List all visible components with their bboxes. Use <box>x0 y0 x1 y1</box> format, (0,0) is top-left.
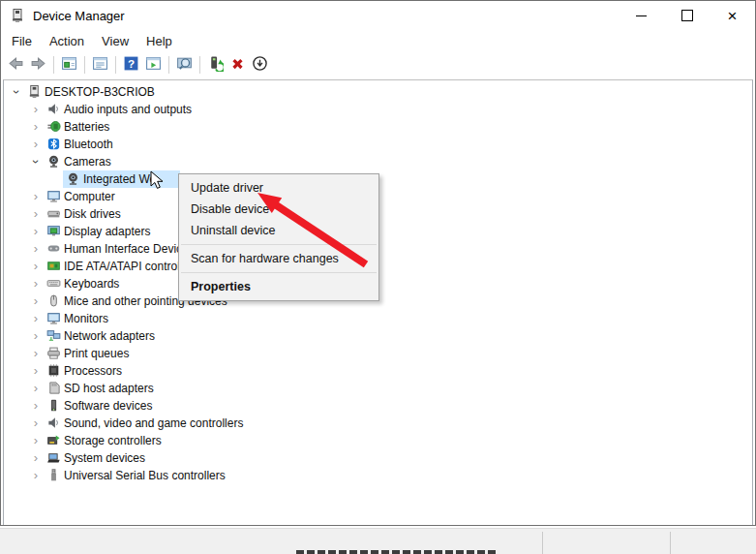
help-button[interactable]: ? <box>120 54 142 77</box>
tree-item-audio-inputs-and-outputs[interactable]: ›Audio inputs and outputs <box>4 101 749 118</box>
bottom-status-strip <box>0 528 756 554</box>
scan-hardware-changes-icon <box>176 55 193 76</box>
tree-item-print-queues[interactable]: ›Print queues <box>4 345 749 362</box>
chevron-right-icon[interactable]: › <box>29 433 43 448</box>
computer-icon <box>27 84 42 99</box>
tree-item-system-devices[interactable]: ›System devices <box>4 449 749 467</box>
tree-item-cameras[interactable]: ›Cameras <box>4 153 749 170</box>
action-pane-button[interactable] <box>142 54 165 77</box>
ide-icon <box>46 259 61 273</box>
chevron-right-icon[interactable]: › <box>29 189 43 204</box>
chevron-right-icon[interactable]: › <box>29 293 43 309</box>
chevron-right-icon[interactable]: › <box>29 450 43 466</box>
tree-item-label: Human Interface Devices <box>62 242 197 256</box>
context-menu-item-disable-device[interactable]: Disable device <box>179 199 378 220</box>
tree-item-label: Network adapters <box>62 329 157 343</box>
battery-icon <box>46 119 61 134</box>
minimize-button[interactable] <box>619 1 664 30</box>
tree-item-label: Bluetooth <box>62 138 115 151</box>
chevron-right-icon[interactable]: › <box>29 224 43 239</box>
maximize-icon <box>681 10 693 21</box>
forward-button[interactable] <box>27 54 49 77</box>
back-button[interactable] <box>5 54 27 77</box>
update-driver-icon <box>207 55 224 76</box>
chevron-right-icon[interactable]: › <box>29 102 43 117</box>
audio-icon <box>46 416 61 430</box>
chevron-right-icon[interactable]: › <box>29 468 43 483</box>
clipped-text-fragment <box>296 550 496 554</box>
usb-icon <box>46 468 61 482</box>
properties-button[interactable] <box>89 54 111 77</box>
toolbar-separator <box>168 56 169 74</box>
tree-item-processors[interactable]: ›Processors <box>4 362 749 380</box>
chevron-right-icon[interactable]: › <box>29 363 43 379</box>
chevron-right-icon[interactable]: › <box>29 311 43 326</box>
tree-item-sound-video-and-game-controllers[interactable]: ›Sound, video and game controllers <box>4 415 749 432</box>
uninstall-device-button[interactable] <box>227 54 249 77</box>
tree-item-desktop-b3criob[interactable]: ›DESKTOP-B3CRIOB <box>4 83 749 101</box>
tree-item-sd-host-adapters[interactable]: ›SD host adapters <box>4 380 749 397</box>
disable-device-icon <box>252 55 268 76</box>
minimize-icon <box>636 15 647 16</box>
update-driver-button[interactable] <box>204 54 227 77</box>
properties-icon <box>92 55 108 76</box>
uninstall-device-icon <box>229 55 246 76</box>
chevron-right-icon[interactable]: › <box>29 328 43 344</box>
chevron-right-icon[interactable]: › <box>29 119 43 135</box>
tree-item-software-devices[interactable]: ›Software devices <box>4 397 749 415</box>
chevron-down-icon[interactable]: › <box>28 155 44 169</box>
tree-item-batteries[interactable]: ›Batteries <box>4 118 749 136</box>
chevron-right-icon[interactable]: › <box>29 241 43 257</box>
tree-item-label: Audio inputs and outputs <box>62 103 194 116</box>
context-menu-item-uninstall-device[interactable]: Uninstall device <box>179 220 378 241</box>
chevron-right-icon[interactable]: › <box>29 346 43 361</box>
menu-file[interactable]: File <box>3 31 41 51</box>
svg-text:?: ? <box>128 56 135 69</box>
context-menu-item-properties[interactable]: Properties <box>179 276 378 297</box>
chevron-right-icon[interactable]: › <box>29 381 43 396</box>
tree-item-universal-serial-bus-controllers[interactable]: ›Universal Serial Bus controllers <box>4 467 749 484</box>
tree-item-label: Processors <box>62 364 124 378</box>
tree-item-label: Keyboards <box>62 277 121 291</box>
chevron-right-icon[interactable]: › <box>29 276 43 292</box>
close-icon: × <box>728 8 738 24</box>
tree-item-bluetooth[interactable]: ›Bluetooth <box>4 136 749 153</box>
close-button[interactable]: × <box>710 1 755 30</box>
toolbar: ? <box>1 51 753 78</box>
chevron-right-icon[interactable]: › <box>29 398 43 414</box>
tree-item-label: SD host adapters <box>62 382 156 395</box>
chevron-right-icon[interactable]: › <box>29 137 43 152</box>
disk-drive-icon <box>46 206 61 221</box>
show-console-tree-button[interactable] <box>58 54 80 77</box>
tree-item-label: Universal Serial Bus controllers <box>62 469 227 482</box>
toolbar-separator <box>199 56 200 74</box>
menu-action[interactable]: Action <box>41 31 93 51</box>
tree-item-storage-controllers[interactable]: ›Storage controllers <box>4 432 749 449</box>
tree-item-label: Integrated We <box>81 172 158 186</box>
chevron-right-icon[interactable]: › <box>29 259 43 274</box>
back-icon <box>8 55 24 76</box>
tree-item-monitors[interactable]: ›Monitors <box>4 310 749 327</box>
menu-view[interactable]: View <box>93 31 137 51</box>
mouse-icon <box>46 293 61 308</box>
context-menu-item-scan-for-hardware-changes[interactable]: Scan for hardware changes <box>179 248 378 269</box>
window-controls: × <box>619 1 755 30</box>
camera-icon <box>46 154 61 169</box>
hid-icon <box>46 241 61 256</box>
context-menu-item-update-driver[interactable]: Update driver <box>179 177 378 199</box>
storage-icon <box>46 433 61 447</box>
monitor-icon <box>46 311 61 325</box>
keyboard-icon <box>46 276 61 291</box>
chevron-right-icon[interactable]: › <box>29 206 43 222</box>
scan-hardware-changes-button[interactable] <box>173 54 196 77</box>
chevron-right-icon[interactable]: › <box>29 416 43 431</box>
disable-device-button[interactable] <box>249 54 271 77</box>
tree-item-label: Computer <box>62 190 117 203</box>
sd-card-icon <box>46 381 61 395</box>
maximize-button[interactable] <box>664 1 710 30</box>
tree-item-network-adapters[interactable]: ›Network adapters <box>4 327 749 345</box>
chevron-down-icon[interactable]: › <box>9 85 24 99</box>
tree-item-label: Monitors <box>62 312 110 325</box>
tree-item-label: Storage controllers <box>62 434 164 447</box>
menu-help[interactable]: Help <box>137 31 181 51</box>
